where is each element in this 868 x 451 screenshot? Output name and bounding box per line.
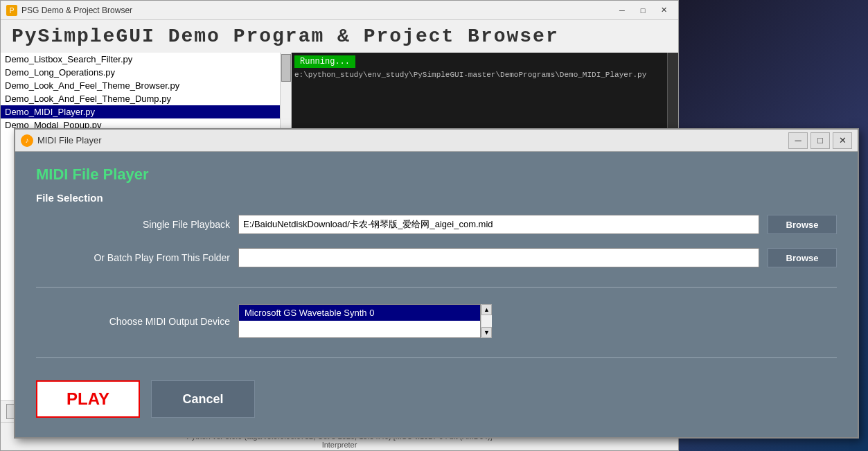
psg-close-btn[interactable]: ✕: [655, 3, 673, 17]
psg-window-title: PSG Demo & Project Browser: [21, 6, 613, 15]
single-file-label: Single File Playback: [36, 219, 230, 230]
midi-titlebar: ♪ MIDI File Player ─ □ ✕: [15, 130, 858, 152]
output-path: e:\python_study\env_study\PySimpleGUI-ma…: [294, 71, 675, 79]
cancel-button[interactable]: Cancel: [151, 380, 255, 418]
midi-titlebar-buttons: ─ □ ✕: [788, 132, 852, 149]
midi-maximize-btn[interactable]: □: [811, 132, 830, 149]
list-item[interactable]: Demo_Long_Operations.py: [1, 66, 291, 79]
list-item[interactable]: Demo_Look_And_Feel_Theme_Browser.py: [1, 79, 291, 92]
file-selection-label: File Selection: [36, 192, 837, 204]
svg-text:P: P: [10, 7, 15, 15]
device-scrollbar[interactable]: ▲ ▼: [481, 304, 492, 338]
device-listbox[interactable]: Microsoft GS Wavetable Synth 0: [238, 304, 481, 338]
psg-window-icon: P: [6, 5, 17, 16]
list-item[interactable]: Demo_Listbox_Search_Filter.py: [1, 53, 291, 66]
browse-batch-button[interactable]: Browse: [768, 248, 837, 267]
divider-2: [36, 357, 837, 358]
batch-folder-input[interactable]: [238, 248, 759, 267]
status-line3: Interpreter: [6, 441, 673, 449]
midi-window-title: MIDI File Player: [37, 135, 788, 145]
single-file-input[interactable]: [238, 215, 759, 234]
psg-maximize-btn[interactable]: □: [634, 3, 652, 17]
midi-device-label: Choose MIDI Output Device: [36, 316, 230, 327]
midi-icon-symbol: ♪: [26, 136, 29, 144]
device-listbox-container: Microsoft GS Wavetable Synth 0 ▲ ▼: [238, 304, 492, 338]
psg-titlebar-buttons: ─ □ ✕: [613, 3, 673, 17]
list-item[interactable]: Demo_MIDI_Player.py: [1, 105, 291, 118]
midi-device-row: Choose MIDI Output Device Microsoft GS W…: [36, 304, 837, 338]
device-list-item[interactable]: Microsoft GS Wavetable Synth 0: [239, 305, 480, 321]
buttons-row: PLAY Cancel: [36, 380, 837, 418]
batch-folder-label: Or Batch Play From This Folder: [36, 252, 230, 263]
psg-header-title: PySimpleGUI Demo Program & Project Brows…: [1, 20, 678, 53]
midi-content: MIDI File Player File Selection Single F…: [15, 152, 858, 437]
device-listbox-empty: [239, 321, 480, 337]
psg-titlebar: P PSG Demo & Project Browser ─ □ ✕: [1, 1, 678, 20]
batch-play-row: Or Batch Play From This Folder Browse: [36, 248, 837, 267]
midi-dialog: ♪ MIDI File Player ─ □ ✕ MIDI File Playe…: [14, 128, 859, 439]
device-scroll-up[interactable]: ▲: [481, 304, 492, 315]
play-button[interactable]: PLAY: [36, 380, 140, 418]
divider-1: [36, 287, 837, 288]
midi-heading: MIDI File Player: [36, 166, 837, 184]
list-item[interactable]: Demo_Look_And_Feel_Theme_Dump.py: [1, 92, 291, 105]
scrollbar-thumb: [281, 54, 291, 82]
midi-close-btn[interactable]: ✕: [833, 132, 852, 149]
midi-window-icon: ♪: [21, 134, 33, 147]
psg-minimize-btn[interactable]: ─: [613, 3, 631, 17]
device-scroll-down[interactable]: ▼: [481, 327, 492, 338]
running-badge: Running...: [294, 55, 355, 68]
browse-single-button[interactable]: Browse: [768, 215, 837, 234]
midi-minimize-btn[interactable]: ─: [788, 132, 808, 149]
single-file-row: Single File Playback Browse: [36, 215, 837, 234]
